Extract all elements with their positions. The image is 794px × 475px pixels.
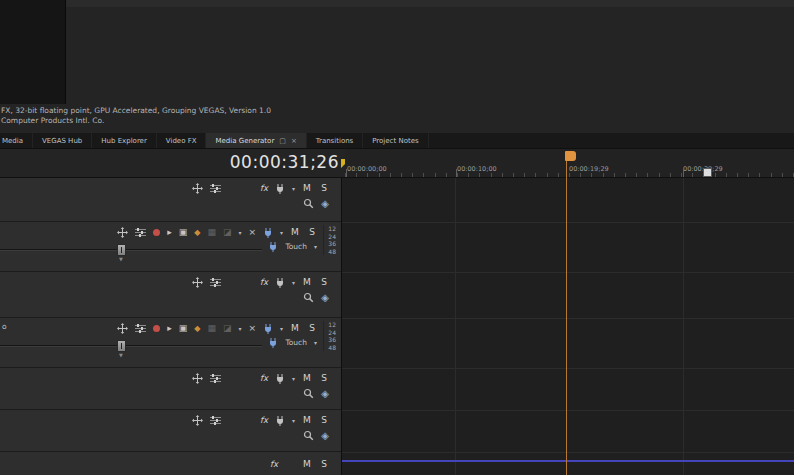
automation-plug-icon[interactable] [263,226,273,238]
track-buttons: fx ▾ M S [192,182,329,194]
tab-project-notes[interactable]: Project Notes [363,133,428,148]
track-zoom-icon[interactable] [303,197,314,209]
track-level-icon[interactable] [135,322,146,334]
pre-fader-icon[interactable]: ◆ [194,322,200,334]
solo-button[interactable]: S [307,323,317,333]
mute-button[interactable]: M [302,415,312,425]
envelope-caret-icon[interactable]: ▾ [292,182,295,194]
tab-media[interactable]: Media [0,133,33,148]
track-fx-button[interactable]: fx [260,414,268,426]
track-level-icon[interactable] [135,226,146,238]
mute-button[interactable]: M [290,227,300,237]
automation-caret-icon[interactable]: ▾ [280,322,283,334]
composite-mode-icon[interactable] [228,414,237,426]
automation-mode-label[interactable]: Touch [285,338,307,347]
envelope-caret-icon[interactable]: ▾ [292,276,295,288]
solo-button[interactable]: S [307,227,317,237]
parent-composite-icon[interactable] [244,372,253,384]
fader-expand-icon[interactable]: ▼ [119,352,123,358]
more-options-caret-icon[interactable]: ▾ [238,226,241,238]
tab-transitions[interactable]: Transitions [307,133,364,148]
pre-fader-icon[interactable]: ◆ [194,226,200,238]
automation-mode-caret-icon[interactable]: ▾ [314,336,317,348]
record-arm-button[interactable] [153,229,160,236]
track-fx-button[interactable]: fx [260,182,268,194]
track-zoom-icon[interactable] [303,429,314,441]
mute-button[interactable]: M [302,373,312,383]
track-level-icon[interactable] [210,182,221,194]
track-motion-icon[interactable] [192,182,203,194]
parent-composite-icon[interactable] [244,414,253,426]
volume-fader-handle[interactable] [117,340,126,352]
automation-device-plug-icon[interactable] [268,336,278,348]
solo-button[interactable]: S [319,373,329,383]
track-motion-icon[interactable] [117,322,128,334]
envelope-plug-icon[interactable] [275,276,285,288]
track-fx-button[interactable]: fx [270,458,278,470]
volume-fader[interactable] [0,345,262,347]
mute-button[interactable]: M [302,459,312,469]
input-monitor-icon[interactable]: ▸ [167,322,172,334]
float-window-icon[interactable]: ▢ [279,137,286,145]
track-divider [342,452,794,453]
solo-button[interactable]: S [319,459,329,469]
composite-mode-icon[interactable] [228,182,237,194]
layers-icon[interactable]: ◈ [321,197,329,209]
automation-device-plug-icon[interactable] [268,240,278,252]
track-zoom-icon[interactable] [303,387,314,399]
phase-invert-icon[interactable]: × [248,226,256,238]
solo-button[interactable]: S [319,183,329,193]
record-arm-button[interactable] [153,325,160,332]
track-level-icon[interactable] [210,414,221,426]
tab-video-fx[interactable]: Video FX [157,133,207,148]
mute-button[interactable]: M [302,277,312,287]
tab-vegas-hub[interactable]: VEGAS Hub [33,133,92,148]
parent-composite-icon[interactable] [244,182,253,194]
track-motion-icon[interactable] [192,414,203,426]
layers-icon[interactable]: ◈ [321,387,329,399]
envelope-plug-icon[interactable] [275,182,285,194]
input-select-icon[interactable]: ▣ [179,226,188,238]
timeline-marker-flag[interactable] [565,151,576,161]
envelope-caret-icon[interactable]: ▾ [292,372,295,384]
mute-button[interactable]: M [302,183,312,193]
volume-fader[interactable] [0,249,262,251]
composite-mode-icon[interactable] [228,276,237,288]
more-options-caret-icon[interactable]: ▾ [238,322,241,334]
envelope-caret-icon[interactable]: ▾ [292,414,295,426]
track-zoom-icon[interactable] [303,291,314,303]
mute-button[interactable]: M [290,323,300,333]
solo-button[interactable]: S [319,415,329,425]
close-tab-icon[interactable]: × [291,137,297,145]
time-ruler[interactable]: 00:00:00;00 00:00:10;00 00:00:19;29 00:0… [345,149,794,178]
envelope-plug-icon[interactable] [275,372,285,384]
track-fx-button[interactable]: fx [260,276,268,288]
automation-plug-icon[interactable] [263,322,273,334]
input-monitor-icon[interactable]: ▸ [167,226,172,238]
timeline-toolbar: 00:00:31;26 [0,149,345,178]
track-level-icon[interactable] [210,372,221,384]
layers-icon[interactable]: ◈ [321,291,329,303]
track-motion-icon[interactable] [192,276,203,288]
composite-mode-icon[interactable] [228,372,237,384]
cursor-timecode-display[interactable]: 00:00:31;26 [230,152,339,172]
solo-button[interactable]: S [319,277,329,287]
envelope-plug-icon[interactable] [275,414,285,426]
input-select-icon[interactable]: ▣ [179,322,188,334]
track-motion-icon[interactable] [117,226,128,238]
track-level-icon[interactable] [210,276,221,288]
track-fx-button[interactable]: fx [260,372,268,384]
automation-mode-caret-icon[interactable]: ▾ [314,240,317,252]
track-motion-icon[interactable] [192,372,203,384]
parent-composite-icon[interactable] [244,276,253,288]
automation-mode-label[interactable]: Touch [285,242,307,251]
playhead-marker[interactable] [703,168,712,177]
timeline-body[interactable] [341,178,794,475]
tab-media-generator[interactable]: Media Generator ▢ × [206,133,306,148]
fader-expand-icon[interactable]: ▼ [119,256,123,262]
layers-icon[interactable]: ◈ [321,429,329,441]
tab-hub-explorer[interactable]: Hub Explorer [92,133,157,148]
phase-invert-icon[interactable]: × [248,322,256,334]
volume-fader-handle[interactable] [117,244,126,256]
automation-caret-icon[interactable]: ▾ [280,226,283,238]
